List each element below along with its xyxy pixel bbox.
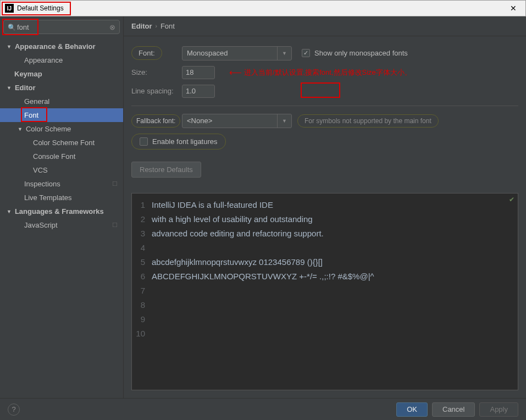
- sidebar-item-color-scheme-font[interactable]: Color Scheme Font: [0, 136, 123, 150]
- restore-defaults-button[interactable]: Restore Defaults: [131, 162, 201, 178]
- chevron-down-icon: ▼: [7, 209, 12, 214]
- fallback-label: Fallback font:: [131, 114, 180, 128]
- show-monospaced-label: Show only monospaced fonts: [314, 49, 408, 57]
- sidebar-item-keymap[interactable]: Keymap: [0, 67, 123, 81]
- sidebar-item-label: Color Scheme Font: [33, 139, 95, 147]
- sidebar-item-label: General: [24, 97, 49, 106]
- form-area: Font: Monospaced ▼ ✓ Show only monospace…: [124, 36, 526, 187]
- spacing-input[interactable]: [182, 85, 215, 98]
- preview-gutter: 12345678910: [132, 194, 148, 390]
- sidebar-item-label: Font: [24, 111, 38, 119]
- sidebar-item-label: Languages & Frameworks: [15, 207, 104, 215]
- sidebar-item-label: Color Scheme: [26, 125, 71, 133]
- titlebar: IJ Default Settings ✕: [0, 0, 526, 16]
- sidebar-item-general[interactable]: General: [0, 95, 123, 108]
- window-title: Default Settings: [17, 4, 64, 12]
- fallback-hint: For symbols not supported by the main fo…: [297, 114, 439, 128]
- breadcrumb-parent: Editor: [131, 22, 152, 30]
- sidebar-item-label: VCS: [33, 166, 48, 174]
- font-value: Monospaced: [187, 49, 228, 57]
- sidebar-item-javascript[interactable]: JavaScript☐: [0, 218, 123, 232]
- cancel-button[interactable]: Cancel: [432, 402, 475, 417]
- help-icon[interactable]: ?: [8, 404, 20, 416]
- scope-icon: ☐: [112, 222, 118, 229]
- clear-icon[interactable]: ⊗: [109, 23, 115, 31]
- footer: ? OK Cancel Apply: [0, 398, 526, 420]
- check-icon: ✔: [509, 196, 514, 203]
- main-area: 🔍 ⊗ ▼Appearance & BehaviorAppearanceKeym…: [0, 16, 526, 398]
- divider: [131, 106, 518, 106]
- search-icon: 🔍: [8, 24, 16, 31]
- sidebar-item-color-scheme[interactable]: ▼Color Scheme: [0, 122, 123, 136]
- arrow-left-icon: ⟵: [229, 67, 242, 78]
- search-input[interactable]: [3, 20, 120, 34]
- sidebar-item-label: Keymap: [14, 70, 42, 78]
- sidebar-item-live-templates[interactable]: Live Templates: [0, 191, 123, 205]
- font-preview: ✔ 12345678910 IntelliJ IDEA is a full-fe…: [131, 193, 518, 390]
- ligatures-checkbox[interactable]: [140, 137, 148, 146]
- breadcrumb: Editor › Font: [124, 16, 526, 36]
- sidebar-item-label: Live Templates: [24, 194, 71, 202]
- apply-button[interactable]: Apply: [479, 402, 518, 417]
- preview-code: IntelliJ IDEA is a full-featured IDE wit…: [148, 194, 518, 390]
- app-icon: IJ: [5, 4, 14, 13]
- search-wrap: 🔍 ⊗: [0, 16, 123, 37]
- ok-button[interactable]: OK: [396, 402, 428, 417]
- chevron-down-icon: ▼: [7, 85, 12, 91]
- sidebar-item-inspections[interactable]: Inspections☐: [0, 177, 123, 191]
- show-monospaced-checkbox[interactable]: ✓: [302, 49, 310, 57]
- sidebar-item-vcs[interactable]: VCS: [0, 163, 123, 177]
- ligatures-wrap: Enable font ligatures: [131, 134, 226, 150]
- chevron-right-icon: ›: [156, 23, 157, 29]
- chevron-down-icon: ▼: [18, 126, 23, 132]
- sidebar-item-label: Inspections: [24, 180, 60, 188]
- font-dropdown[interactable]: Monospaced ▼: [182, 46, 292, 60]
- close-icon[interactable]: ✕: [506, 2, 521, 15]
- sidebar-item-appearance-behavior[interactable]: ▼Appearance & Behavior: [0, 40, 123, 53]
- ligatures-label: Enable font ligatures: [152, 137, 218, 146]
- sidebar-item-console-font[interactable]: Console Font: [0, 150, 123, 163]
- sidebar-item-appearance[interactable]: Appearance: [0, 53, 123, 67]
- sidebar-item-label: Appearance & Behavior: [15, 42, 96, 51]
- sidebar-item-label: Appearance: [24, 56, 63, 64]
- chevron-down-icon: ▼: [277, 114, 287, 128]
- breadcrumb-current: Font: [160, 22, 175, 30]
- content-panel: Editor › Font Font: Monospaced ▼ ✓ Show …: [124, 16, 526, 398]
- font-label: Font:: [131, 46, 162, 60]
- sidebar-item-label: Console Font: [33, 152, 75, 161]
- spacing-label: Line spacing:: [131, 87, 182, 95]
- sidebar-item-editor[interactable]: ▼Editor: [0, 81, 123, 95]
- settings-tree: ▼Appearance & BehaviorAppearanceKeymap▼E…: [0, 37, 123, 232]
- sidebar-item-label: JavaScript: [24, 221, 58, 229]
- sidebar-item-languages-frameworks[interactable]: ▼Languages & Frameworks: [0, 205, 123, 218]
- chevron-down-icon: ▼: [7, 44, 12, 49]
- sidebar-item-font[interactable]: Font: [0, 108, 123, 122]
- scope-icon: ☐: [112, 180, 118, 187]
- chevron-down-icon: ▼: [277, 47, 287, 60]
- sidebar-item-label: Editor: [15, 84, 36, 92]
- fallback-dropdown[interactable]: <None> ▼: [182, 114, 292, 128]
- sidebar: 🔍 ⊗ ▼Appearance & BehaviorAppearanceKeym…: [0, 16, 124, 398]
- size-label: Size:: [131, 68, 182, 76]
- size-input[interactable]: [182, 66, 215, 79]
- fallback-value: <None>: [187, 117, 212, 125]
- annotation-text: ⟵ 进入当前/默认设置,搜索font,然后修改Size字体大小。: [227, 67, 412, 78]
